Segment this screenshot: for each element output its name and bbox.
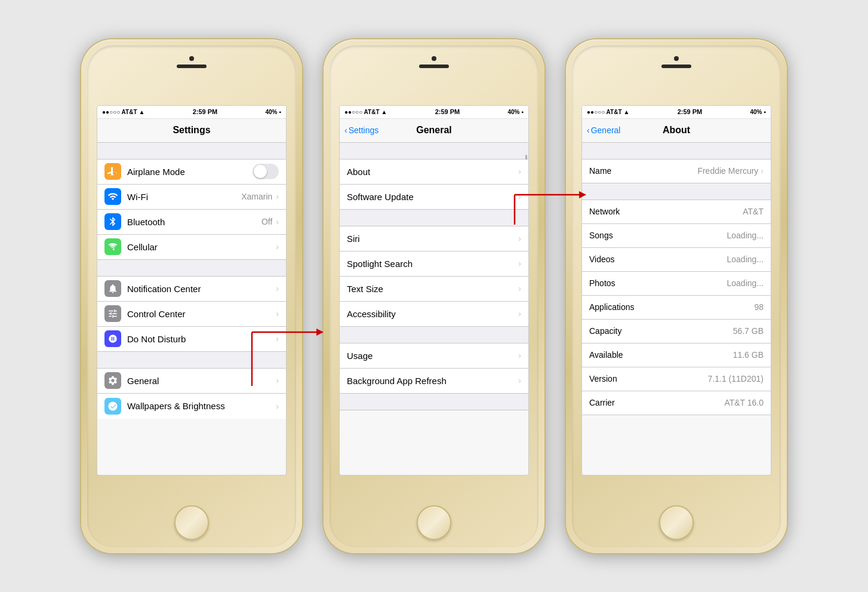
- speaker-1: [177, 65, 207, 68]
- control-icon: [104, 305, 121, 322]
- bluetooth-chevron: ›: [276, 217, 279, 226]
- speaker-2: [419, 65, 449, 68]
- name-label: Name: [589, 166, 697, 176]
- section-gap-2c: [340, 327, 528, 343]
- section-gap-2a: [340, 143, 528, 159]
- bluetooth-icon: [104, 213, 121, 230]
- wifi-icon: [104, 188, 121, 205]
- phone-2-top: [419, 56, 449, 68]
- bluetooth-label: Bluetooth: [127, 217, 261, 227]
- cellular-chevron: ›: [276, 242, 279, 251]
- control-chevron: ›: [276, 309, 279, 318]
- section-gap-2d: [340, 394, 528, 410]
- section-gap-3b: [582, 183, 771, 200]
- home-button-1[interactable]: [174, 505, 209, 540]
- available-value: 11.6 GB: [733, 350, 764, 360]
- screen-title-2: General: [416, 125, 452, 136]
- about-row-carrier: Carrier AT&T 16.0: [582, 391, 771, 415]
- about-row-version: Version 7.1.1 (11D201): [582, 367, 771, 391]
- general-item-usage[interactable]: Usage ›: [340, 343, 528, 369]
- applications-label: Applications: [589, 302, 754, 312]
- general-icon: [104, 372, 121, 389]
- usage-label: Usage: [347, 351, 518, 361]
- phone-1-top: [177, 56, 207, 68]
- status-left-3: ●●○○○ AT&T ▲: [587, 109, 629, 115]
- time-3: 2:59 PM: [678, 108, 703, 115]
- home-button-2[interactable]: [417, 505, 451, 540]
- screen-title-1: Settings: [173, 125, 210, 136]
- about-row-songs: Songs Loading...: [582, 224, 771, 248]
- status-right-3: 40% ▪: [750, 109, 766, 115]
- time-1: 2:59 PM: [193, 108, 218, 115]
- settings-item-airplane[interactable]: Airplane Mode: [97, 159, 286, 185]
- photos-value: Loading...: [727, 278, 764, 288]
- arrow-head-1: [316, 329, 324, 336]
- name-chevron: ›: [761, 166, 764, 176]
- about-label: About: [347, 167, 518, 177]
- about-row-applications: Applications 98: [582, 296, 771, 320]
- settings-item-dnd[interactable]: Do Not Disturb ›: [97, 327, 286, 352]
- battery-pct-1: 40%: [265, 109, 277, 115]
- carrier-3: ●●○○○ AT&T: [587, 109, 622, 115]
- carrier-value: AT&T 16.0: [724, 398, 764, 407]
- back-button-2[interactable]: ‹ Settings: [344, 125, 378, 135]
- about-row-photos: Photos Loading...: [582, 272, 771, 296]
- wifi-icon-3: ▲: [624, 109, 630, 115]
- text-size-chevron: ›: [518, 284, 521, 293]
- siri-chevron: ›: [518, 234, 521, 243]
- battery-icon-2: ▪: [521, 109, 524, 115]
- dnd-icon: [104, 330, 121, 347]
- available-label: Available: [589, 350, 733, 360]
- notification-label: Notification Center: [127, 284, 276, 294]
- wallpaper-label: Wallpapers & Brightness: [127, 401, 276, 411]
- wifi-icon-2: ▲: [381, 109, 387, 115]
- toggle-knob-airplane: [254, 165, 267, 178]
- spotlight-label: Spotlight Search: [347, 259, 518, 269]
- section-gap-2b: [340, 210, 528, 226]
- siri-label: Siri: [347, 234, 518, 244]
- settings-item-wifi[interactable]: Wi-Fi Xamarin ›: [97, 185, 286, 210]
- general-item-software-update[interactable]: Software Update ›: [340, 185, 528, 210]
- general-item-about[interactable]: About ›: [340, 159, 528, 185]
- general-item-siri[interactable]: Siri ›: [340, 226, 528, 251]
- general-item-background-refresh[interactable]: Background App Refresh ›: [340, 369, 528, 394]
- settings-item-cellular[interactable]: Cellular ›: [97, 235, 286, 260]
- airplane-toggle[interactable]: [253, 164, 279, 179]
- back-label-2: Settings: [349, 125, 379, 135]
- phone-2: ●●○○○ AT&T ▲ 2:59 PM 40% ▪ ‹ Settings Ge…: [324, 39, 544, 553]
- phone-3-screen: ●●○○○ AT&T ▲ 2:59 PM 40% ▪ ‹ General Abo…: [581, 105, 771, 476]
- camera-2: [432, 56, 436, 61]
- home-button-3[interactable]: [659, 505, 694, 540]
- phone-3: ●●○○○ AT&T ▲ 2:59 PM 40% ▪ ‹ General Abo…: [566, 39, 787, 553]
- status-left-2: ●●○○○ AT&T ▲: [344, 109, 387, 115]
- general-item-spotlight[interactable]: Spotlight Search ›: [340, 251, 528, 277]
- battery-icon-3: ▪: [764, 109, 766, 115]
- background-refresh-chevron: ›: [518, 376, 521, 385]
- general-item-accessibility[interactable]: Accessibility ›: [340, 302, 528, 327]
- capacity-label: Capacity: [589, 326, 733, 336]
- bluetooth-value: Off: [261, 217, 272, 226]
- back-label-3: General: [591, 125, 621, 135]
- phone-2-screen: ●●○○○ AT&T ▲ 2:59 PM 40% ▪ ‹ Settings Ge…: [339, 105, 529, 476]
- status-right-1: 40% ▪: [265, 109, 281, 115]
- accessibility-chevron: ›: [518, 309, 521, 318]
- about-row-available: Available 11.6 GB: [582, 343, 771, 367]
- settings-item-control[interactable]: Control Center ›: [97, 302, 286, 327]
- section-gap-1b: [97, 260, 286, 277]
- settings-item-wallpaper[interactable]: Wallpapers & Brightness ›: [97, 394, 286, 419]
- nav-bar-2: ‹ Settings General: [340, 119, 528, 143]
- section-gap-3a: [582, 143, 771, 159]
- network-label: Network: [589, 207, 743, 216]
- notification-chevron: ›: [276, 284, 279, 293]
- carrier-label: Carrier: [589, 398, 724, 407]
- cellular-label: Cellular: [127, 242, 276, 252]
- about-chevron: ›: [518, 167, 521, 176]
- camera-3: [674, 56, 679, 61]
- settings-item-bluetooth[interactable]: Bluetooth Off ›: [97, 210, 286, 235]
- phone-1-screen: ●●○○○ AT&T ▲ 2:59 PM 40% ▪ Settings: [97, 105, 287, 476]
- general-item-text-size[interactable]: Text Size ›: [340, 277, 528, 302]
- about-row-name[interactable]: Name Freddie Mercury ›: [582, 159, 771, 183]
- back-button-3[interactable]: ‹ General: [587, 125, 620, 135]
- settings-item-notification[interactable]: Notification Center ›: [97, 277, 286, 302]
- settings-item-general[interactable]: General ›: [97, 369, 286, 394]
